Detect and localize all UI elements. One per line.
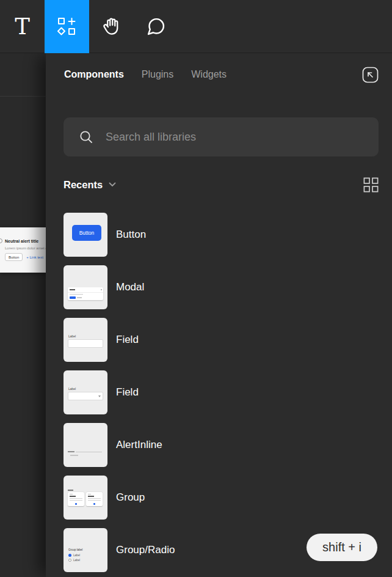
thumbnail-group	[64, 476, 107, 520]
mini-button-preview: Button	[72, 225, 101, 241]
figma-window: Neutral alert title Lorem ipsum dolor am…	[0, 0, 392, 577]
thumbnail-group-radio: Group label Label Label	[64, 528, 107, 572]
item-label: Button	[116, 229, 146, 241]
recents-title: Recents	[64, 179, 103, 191]
tab-widgets[interactable]: Widgets	[191, 69, 227, 80]
alert-body-text: Lorem ipsum dolor amet conse	[5, 246, 46, 250]
alert-link: + Link text	[26, 255, 43, 259]
recents-dropdown[interactable]: Recents	[64, 179, 116, 191]
chevron-down-icon	[109, 182, 116, 187]
text-tool-icon: T	[15, 15, 30, 38]
popout-arrow-icon	[362, 67, 379, 83]
list-item-field-select[interactable]: Label Field	[64, 370, 379, 414]
alert-card[interactable]: Neutral alert title Lorem ipsum dolor am…	[0, 227, 46, 273]
panel-tabs: Components Plugins Widgets	[46, 53, 392, 96]
tab-components[interactable]: Components	[64, 69, 124, 80]
popout-panel-button[interactable]	[362, 67, 379, 83]
mini-radio-selected-icon	[68, 554, 71, 557]
alert-button: Button	[5, 253, 23, 261]
mini-radio-unselected-icon	[68, 559, 71, 562]
list-item-button[interactable]: Button Button	[64, 213, 379, 257]
hand-tool-button[interactable]	[89, 0, 134, 53]
library-search[interactable]	[64, 117, 379, 156]
item-label: Group/Radio	[116, 544, 175, 556]
text-tool-button[interactable]: T	[0, 0, 45, 53]
assets-components-icon	[57, 17, 76, 36]
item-label: Modal	[116, 281, 144, 293]
search-input[interactable]	[106, 131, 368, 144]
alert-title: Neutral alert title	[5, 239, 38, 243]
search-icon	[78, 129, 95, 145]
recents-list: Button Button Modal	[64, 213, 379, 572]
item-label: Field	[116, 334, 139, 346]
tab-plugins[interactable]: Plugins	[142, 69, 173, 80]
thumbnail-button: Button	[64, 213, 107, 257]
top-toolbar: T	[0, 0, 392, 53]
comment-tool-button[interactable]	[134, 0, 178, 53]
list-item-group[interactable]: Group	[64, 476, 379, 520]
item-label: AlertInline	[116, 439, 162, 451]
alert-actions: Button + Link text	[5, 253, 43, 261]
alert-info-icon	[0, 238, 2, 243]
list-item-modal[interactable]: Modal	[64, 265, 379, 309]
thumbnail-modal	[64, 265, 107, 309]
item-label: Field	[116, 386, 139, 399]
hand-tool-icon	[101, 16, 122, 37]
comment-bubble-icon	[146, 17, 166, 37]
components-panel: Components Plugins Widgets Recents	[46, 53, 392, 577]
mini-modal-preview	[68, 287, 103, 300]
list-item-alertinline[interactable]: AlertInline	[64, 423, 379, 467]
thumbnail-field: Label	[64, 318, 107, 362]
list-item-field[interactable]: Label Field	[64, 318, 379, 362]
assets-tool-button[interactable]	[45, 0, 89, 53]
item-label: Group	[116, 491, 145, 504]
shortcut-hint-badge: shift + i	[307, 534, 377, 561]
canvas-area[interactable]: Neutral alert title Lorem ipsum dolor am…	[0, 53, 46, 577]
grid-view-icon	[363, 177, 379, 193]
canvas-divider	[0, 96, 46, 97]
recents-header: Recents	[64, 177, 379, 192]
thumbnail-alertinline	[64, 423, 107, 467]
grid-view-toggle[interactable]	[363, 177, 379, 193]
mini-caret-icon	[98, 395, 101, 397]
thumbnail-field-select: Label	[64, 370, 107, 414]
